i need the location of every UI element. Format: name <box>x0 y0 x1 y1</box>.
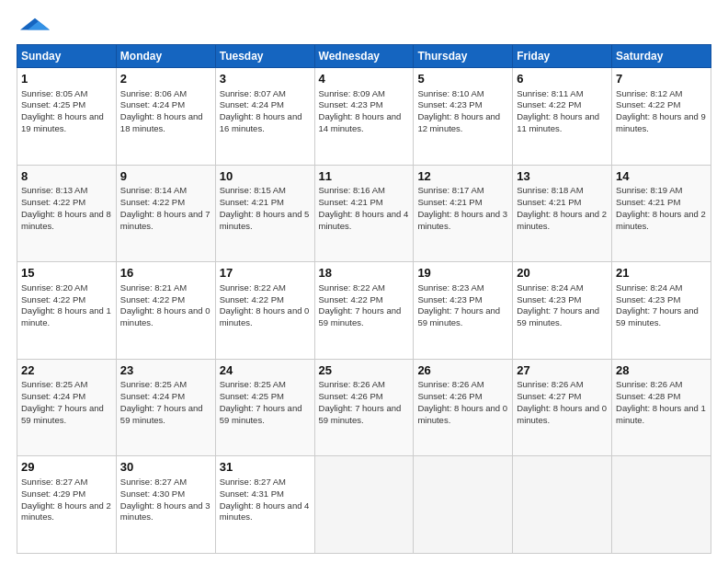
calendar-cell: 16Sunrise: 8:21 AMSunset: 4:22 PMDayligh… <box>116 262 215 360</box>
calendar-header-thursday: Thursday <box>414 45 513 68</box>
calendar-header-wednesday: Wednesday <box>314 45 414 68</box>
calendar-cell: 15Sunrise: 8:20 AMSunset: 4:22 PMDayligh… <box>17 262 117 360</box>
calendar-week-row: 29Sunrise: 8:27 AMSunset: 4:29 PMDayligh… <box>17 456 711 554</box>
calendar-cell: 21Sunrise: 8:24 AMSunset: 4:23 PMDayligh… <box>612 262 711 360</box>
calendar-week-row: 1Sunrise: 8:05 AMSunset: 4:25 PMDaylight… <box>17 68 711 166</box>
day-number: 15 <box>21 265 112 282</box>
logo-icon <box>17 17 53 33</box>
day-number: 30 <box>120 459 211 476</box>
calendar-cell: 26Sunrise: 8:26 AMSunset: 4:26 PMDayligh… <box>414 359 513 456</box>
calendar-cell: 20Sunrise: 8:24 AMSunset: 4:23 PMDayligh… <box>513 262 612 360</box>
day-number: 4 <box>319 71 410 87</box>
page: SundayMondayTuesdayWednesdayThursdayFrid… <box>0 0 728 563</box>
calendar-cell: 2Sunrise: 8:06 AMSunset: 4:24 PMDaylight… <box>116 68 215 166</box>
calendar-header-tuesday: Tuesday <box>215 45 314 68</box>
day-number: 2 <box>120 71 211 87</box>
header <box>17 17 711 35</box>
calendar-cell: 13Sunrise: 8:18 AMSunset: 4:21 PMDayligh… <box>513 165 612 262</box>
day-number: 28 <box>616 362 707 379</box>
calendar-cell: 22Sunrise: 8:25 AMSunset: 4:24 PMDayligh… <box>17 359 117 456</box>
day-number: 12 <box>417 168 508 185</box>
calendar-cell: 24Sunrise: 8:25 AMSunset: 4:25 PMDayligh… <box>215 359 314 456</box>
calendar-cell: 25Sunrise: 8:26 AMSunset: 4:26 PMDayligh… <box>314 359 414 456</box>
day-number: 10 <box>220 168 311 185</box>
day-number: 3 <box>220 71 311 87</box>
calendar-header-saturday: Saturday <box>612 45 711 68</box>
calendar-cell: 27Sunrise: 8:26 AMSunset: 4:27 PMDayligh… <box>513 359 612 456</box>
calendar-cell: 6Sunrise: 8:11 AMSunset: 4:22 PMDaylight… <box>513 68 612 166</box>
day-number: 31 <box>220 459 311 476</box>
day-number: 8 <box>21 168 112 185</box>
day-number: 19 <box>417 265 508 282</box>
calendar-cell: 9Sunrise: 8:14 AMSunset: 4:22 PMDaylight… <box>116 165 215 262</box>
calendar-cell: 30Sunrise: 8:27 AMSunset: 4:30 PMDayligh… <box>116 456 215 554</box>
calendar-cell: 10Sunrise: 8:15 AMSunset: 4:21 PMDayligh… <box>215 165 314 262</box>
day-number: 16 <box>120 265 211 282</box>
day-number: 27 <box>517 362 608 379</box>
day-number: 18 <box>319 265 410 282</box>
day-number: 22 <box>21 362 112 379</box>
calendar-body: 1Sunrise: 8:05 AMSunset: 4:25 PMDaylight… <box>17 68 711 554</box>
day-number: 13 <box>517 168 608 185</box>
calendar-week-row: 8Sunrise: 8:13 AMSunset: 4:22 PMDaylight… <box>17 165 711 262</box>
calendar-week-row: 22Sunrise: 8:25 AMSunset: 4:24 PMDayligh… <box>17 359 711 456</box>
calendar-cell: 12Sunrise: 8:17 AMSunset: 4:21 PMDayligh… <box>414 165 513 262</box>
calendar-cell <box>314 456 414 554</box>
calendar-cell: 31Sunrise: 8:27 AMSunset: 4:31 PMDayligh… <box>215 456 314 554</box>
calendar-cell: 29Sunrise: 8:27 AMSunset: 4:29 PMDayligh… <box>17 456 117 554</box>
calendar-cell: 14Sunrise: 8:19 AMSunset: 4:21 PMDayligh… <box>612 165 711 262</box>
day-number: 11 <box>319 168 410 185</box>
day-number: 25 <box>319 362 410 379</box>
day-number: 7 <box>616 71 707 87</box>
day-number: 20 <box>517 265 608 282</box>
day-number: 29 <box>21 459 112 476</box>
calendar-cell: 17Sunrise: 8:22 AMSunset: 4:22 PMDayligh… <box>215 262 314 360</box>
calendar: SundayMondayTuesdayWednesdayThursdayFrid… <box>17 44 711 554</box>
calendar-header-monday: Monday <box>116 45 215 68</box>
day-number: 9 <box>120 168 211 185</box>
calendar-cell: 4Sunrise: 8:09 AMSunset: 4:23 PMDaylight… <box>314 68 414 166</box>
calendar-cell <box>612 456 711 554</box>
day-number: 17 <box>220 265 311 282</box>
day-number: 21 <box>616 265 707 282</box>
calendar-cell: 8Sunrise: 8:13 AMSunset: 4:22 PMDaylight… <box>17 165 117 262</box>
day-number: 14 <box>616 168 707 185</box>
calendar-cell: 28Sunrise: 8:26 AMSunset: 4:28 PMDayligh… <box>612 359 711 456</box>
calendar-cell: 7Sunrise: 8:12 AMSunset: 4:22 PMDaylight… <box>612 68 711 166</box>
day-number: 23 <box>120 362 211 379</box>
day-number: 26 <box>417 362 508 379</box>
calendar-cell <box>414 456 513 554</box>
calendar-cell: 19Sunrise: 8:23 AMSunset: 4:23 PMDayligh… <box>414 262 513 360</box>
day-number: 1 <box>21 71 112 87</box>
calendar-cell: 3Sunrise: 8:07 AMSunset: 4:24 PMDaylight… <box>215 68 314 166</box>
day-number: 6 <box>517 71 608 87</box>
calendar-cell: 18Sunrise: 8:22 AMSunset: 4:22 PMDayligh… <box>314 262 414 360</box>
calendar-week-row: 15Sunrise: 8:20 AMSunset: 4:22 PMDayligh… <box>17 262 711 360</box>
calendar-header-row: SundayMondayTuesdayWednesdayThursdayFrid… <box>17 45 711 68</box>
calendar-header-sunday: Sunday <box>17 45 117 68</box>
calendar-cell: 23Sunrise: 8:25 AMSunset: 4:24 PMDayligh… <box>116 359 215 456</box>
logo <box>17 17 53 35</box>
calendar-cell: 5Sunrise: 8:10 AMSunset: 4:23 PMDaylight… <box>414 68 513 166</box>
calendar-cell: 11Sunrise: 8:16 AMSunset: 4:21 PMDayligh… <box>314 165 414 262</box>
day-number: 5 <box>417 71 508 87</box>
day-number: 24 <box>220 362 311 379</box>
calendar-header-friday: Friday <box>513 45 612 68</box>
calendar-cell: 1Sunrise: 8:05 AMSunset: 4:25 PMDaylight… <box>17 68 117 166</box>
calendar-cell <box>513 456 612 554</box>
